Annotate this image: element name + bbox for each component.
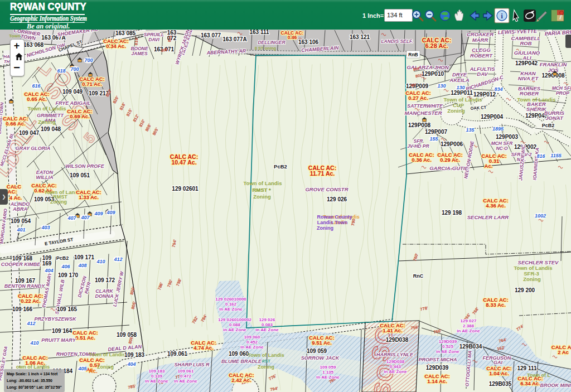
svg-text:409: 409 — [106, 210, 115, 215]
svg-text:BROOK MINIS: BROOK MINIS — [540, 383, 571, 388]
svg-text:109 061: 109 061 — [167, 351, 188, 357]
svg-text:BENTON RANDY: BENTON RANDY — [4, 283, 45, 289]
svg-text:401: 401 — [16, 227, 25, 233]
svg-text:406: 406 — [61, 264, 70, 269]
svg-text:109 183: 109 183 — [124, 352, 145, 358]
svg-text:129P007: 129P007 — [425, 129, 447, 135]
svg-text:0.66 Ac.: 0.66 Ac. — [6, 120, 26, 127]
svg-text:0.65 Ac.: 0.65 Ac. — [27, 96, 47, 102]
svg-text:AC:: AC: — [8, 188, 17, 195]
svg-text:407: 407 — [80, 215, 90, 220]
svg-text:0.22 Ac.: 0.22 Ac. — [21, 298, 41, 304]
svg-text:PROPST MICHA: PROPST MICHA — [418, 357, 457, 362]
svg-text:in AE Zone: in AE Zone — [436, 349, 459, 354]
svg-text:412: 412 — [26, 321, 35, 326]
svg-text:109 058: 109 058 — [117, 332, 137, 338]
svg-text:SHARP LUIS R: SHARP LUIS R — [174, 362, 210, 367]
svg-text:in AE Zone: in AE Zone — [219, 307, 243, 312]
svg-text:129D039: 129D039 — [426, 365, 449, 371]
svg-text:163 085: 163 085 — [115, 30, 136, 36]
svg-text:0.69 Ac.: 0.69 Ac. — [70, 113, 90, 119]
svg-text:2.42 Ac.: 2.42 Ac. — [231, 377, 251, 383]
svg-text:109 059: 109 059 — [307, 348, 327, 354]
svg-text:109 054: 109 054 — [11, 218, 31, 224]
svg-text:109 048: 109 048 — [41, 126, 61, 132]
svg-text:109 168: 109 168 — [12, 255, 33, 262]
svg-text:616: 616 — [32, 83, 41, 89]
svg-text:0.162: 0.162 — [225, 302, 237, 307]
svg-text:RnB: RnB — [408, 52, 418, 57]
svg-text:407: 407 — [67, 215, 76, 221]
svg-text:404: 404 — [127, 361, 136, 367]
svg-text:JONAT: JONAT — [545, 115, 564, 121]
svg-text:163 121: 163 121 — [350, 34, 370, 40]
svg-text:SORROW JACK: SORROW JACK — [301, 355, 340, 361]
svg-text:Zoning: Zoning — [253, 193, 271, 200]
svg-text:163 068: 163 068 — [23, 42, 44, 48]
svg-text:MANCHESTER: MANCHESTER — [404, 110, 442, 116]
svg-text:1155: 1155 — [550, 153, 562, 158]
svg-text:0.525: 0.525 — [442, 344, 454, 349]
svg-text:10.47 Ac.: 10.47 Ac. — [171, 159, 196, 166]
svg-text:129 02601: 129 02601 — [172, 186, 199, 192]
svg-text:163 077A: 163 077A — [222, 36, 246, 42]
svg-text:163 106: 163 106 — [298, 39, 319, 45]
svg-text:4.74 Ac.: 4.74 Ac. — [193, 345, 214, 351]
svg-text:PRZYBYSZEWSK: PRZYBYSZEWSK — [34, 316, 77, 322]
svg-text:109 059: 109 059 — [320, 365, 336, 370]
svg-text:109 047: 109 047 — [19, 130, 40, 136]
svg-text:129P011: 129P011 — [451, 90, 473, 96]
svg-text:9.51 Ac.: 9.51 Ac. — [312, 340, 332, 346]
svg-text:Zoning: Zoning — [523, 276, 541, 282]
svg-text:Zoning: Zoning — [317, 225, 333, 231]
svg-text:JV-HD PR: JV-HD PR — [407, 143, 429, 149]
svg-text:130: 130 — [456, 85, 464, 90]
svg-text:in AE Zone: in AE Zone — [174, 379, 197, 384]
svg-text:163 077: 163 077 — [201, 32, 221, 38]
svg-text:129D039: 129D039 — [439, 339, 457, 344]
svg-text:i: i — [501, 12, 503, 20]
svg-text:129D038: 129D038 — [386, 359, 405, 364]
svg-text:HARRIS LYNLE: HARRIS LYNLE — [376, 352, 414, 357]
svg-text:AKEILA: AKEILA — [449, 77, 470, 83]
svg-text:109 060: 109 060 — [244, 335, 260, 340]
svg-text:834: 834 — [494, 86, 502, 92]
svg-text:109 170: 109 170 — [58, 272, 79, 278]
svg-text:Zoning: Zoning — [97, 364, 114, 370]
svg-text:129B034: 129B034 — [459, 343, 482, 350]
svg-text:129 026: 129 026 — [259, 317, 275, 322]
svg-text:PRUITT MARY: PRUITT MARY — [41, 337, 76, 343]
svg-text:ABRA: ABRA — [12, 206, 27, 212]
svg-text:404: 404 — [44, 268, 53, 273]
svg-text:Zoning: Zoning — [50, 199, 67, 205]
svg-text:109 183: 109 183 — [149, 369, 165, 374]
svg-text:129B035: 129B035 — [489, 381, 512, 387]
svg-text:Landis Town: Landis Town — [317, 220, 347, 225]
svg-text:JAMES: JAMES — [131, 51, 148, 56]
svg-text:COOPER KIMBE: COOPER KIMBE — [1, 262, 41, 267]
svg-text:2.388: 2.388 — [463, 323, 475, 328]
svg-text:in AE Zone: in AE Zone — [457, 328, 480, 333]
svg-text:0.139: 0.139 — [151, 374, 163, 379]
svg-text:1.14 Ac.: 1.14 Ac. — [427, 378, 447, 384]
svg-text:412: 412 — [113, 257, 122, 262]
svg-text:408: 408 — [78, 263, 86, 268]
svg-text:in AE Zone: in AE Zone — [384, 369, 407, 374]
svg-text:816: 816 — [536, 153, 545, 159]
svg-text:0.51 Ac.: 0.51 Ac. — [75, 335, 95, 341]
svg-text:2 Ac: 2 Ac — [558, 349, 569, 355]
svg-text:GROVE CONSTR: GROVE CONSTR — [305, 186, 348, 192]
svg-text:129 026010000: 129 026010000 — [215, 297, 246, 302]
svg-text:4.36 Ac.: 4.36 Ac. — [486, 202, 506, 209]
svg-text:PcB2: PcB2 — [274, 163, 287, 170]
svg-text:129P003: 129P003 — [496, 134, 518, 140]
svg-text:109 171: 109 171 — [74, 254, 95, 260]
svg-text:109 061: 109 061 — [178, 369, 194, 374]
svg-text:169: 169 — [42, 260, 52, 267]
svg-text:Ac.: Ac. — [89, 368, 98, 374]
svg-text:ROBER: ROBER — [520, 90, 539, 96]
svg-text:405: 405 — [78, 366, 87, 371]
svg-text:NC O: NC O — [496, 146, 508, 151]
svg-text:in AE Zone: in AE Zone — [255, 327, 279, 332]
svg-text:109 164: 109 164 — [52, 328, 72, 334]
